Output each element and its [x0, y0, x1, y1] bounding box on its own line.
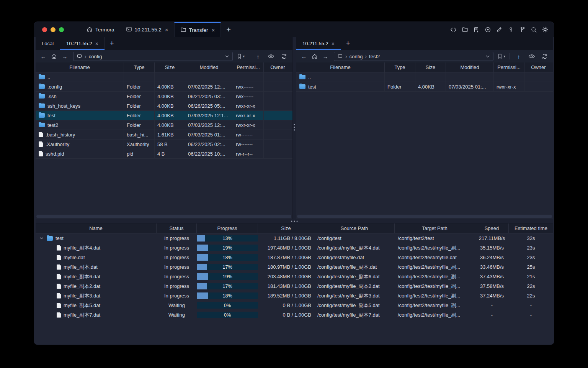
home-icon[interactable]	[49, 52, 59, 61]
path-breadcrumb[interactable]: › config › test2	[334, 52, 493, 61]
transfer-row[interactable]: myfile_副本5.datWaiting0%0 B / 1.00GB/conf…	[36, 301, 553, 310]
folder-icon[interactable]	[461, 26, 468, 33]
column-header[interactable]: Filename	[296, 62, 385, 72]
file-icon	[57, 284, 61, 289]
chevron-down-icon[interactable]	[225, 54, 229, 59]
show-hidden-eye-icon[interactable]	[527, 52, 536, 61]
column-header[interactable]: Owner	[264, 62, 292, 72]
edit-icon[interactable]	[496, 26, 503, 33]
home-icon[interactable]	[310, 52, 319, 61]
keychain-icon[interactable]	[519, 26, 526, 33]
tab-session-10-211-55-2[interactable]: 10.211.55.2 ×	[120, 22, 174, 37]
file-row[interactable]: .bash_historybash_hi...1.61KB07/03/2025 …	[36, 130, 292, 140]
refresh-icon[interactable]	[540, 52, 549, 61]
settings-icon[interactable]	[542, 26, 549, 33]
column-header[interactable]: Source Path	[314, 223, 395, 233]
column-header[interactable]: Permissi...	[494, 62, 524, 72]
file-row[interactable]: ..	[36, 72, 292, 82]
column-header[interactable]: Size	[415, 62, 446, 72]
breadcrumb-segment[interactable]: test2	[369, 54, 380, 59]
tab-remote-10-211-55-2[interactable]: 10.211.55.2 ×	[60, 37, 105, 50]
file-row[interactable]: ssh_host_keysFolder4.00KB06/26/2025 05:.…	[36, 101, 292, 111]
column-header[interactable]: Estimated time	[509, 223, 553, 233]
column-header[interactable]: Type	[385, 62, 415, 72]
horizontal-scrollbar[interactable]	[36, 215, 291, 218]
file-row[interactable]: .XauthorityXauthority58 B06/22/2025 02:.…	[36, 140, 292, 149]
column-header[interactable]: Status	[157, 223, 197, 233]
column-header[interactable]: Name	[36, 223, 157, 233]
column-header[interactable]: Modified	[185, 62, 233, 72]
close-window-button[interactable]	[42, 27, 47, 32]
tab-termora[interactable]: Termora	[81, 22, 120, 37]
tab-local[interactable]: Local	[36, 37, 60, 50]
vertical-splitter[interactable]	[292, 37, 296, 219]
key-icon[interactable]	[507, 26, 514, 33]
transfer-row[interactable]: testIn progress13%1.11GB / 8.00GB/config…	[36, 233, 553, 243]
column-header[interactable]: Speed	[475, 223, 509, 233]
column-header[interactable]: Owner	[524, 62, 552, 72]
file-cell: 4.00KB	[155, 92, 185, 101]
chevron-expanded-icon[interactable]	[39, 237, 44, 240]
breadcrumb-segment[interactable]: config	[350, 54, 363, 59]
code-icon[interactable]	[450, 26, 457, 33]
file-row[interactable]: sshd.pidpid4 B06/22/2025 10:...rw-r--r--	[36, 149, 292, 159]
file-row[interactable]: test2Folder4.00KB07/03/2025 12:...rwxr-x…	[36, 120, 292, 130]
column-header[interactable]: Type	[124, 62, 155, 72]
column-header[interactable]: Filename	[36, 62, 124, 72]
column-header[interactable]: Size	[258, 223, 314, 233]
tab-transfer[interactable]: Transfer ×	[174, 22, 221, 37]
file-row[interactable]: .sshFolder4.00KB06/21/2025 03:...rwx----…	[36, 92, 292, 101]
zoom-window-button[interactable]	[59, 27, 64, 32]
file-cell	[185, 72, 233, 82]
record-icon[interactable]	[484, 26, 491, 33]
file-row[interactable]: .configFolder4.00KB07/02/2025 12:...rwx-…	[36, 82, 292, 92]
file-row[interactable]: testFolder4.00KB07/03/2025 12:1...rwxr-x…	[36, 111, 292, 120]
file-cell: 06/26/2025 05:...	[185, 101, 233, 110]
chevron-down-icon[interactable]	[485, 54, 490, 59]
close-tab-icon[interactable]: ×	[332, 41, 335, 47]
transfer-row[interactable]: myfile_副本2.datIn progress17%181.43MB / 1…	[36, 281, 553, 291]
close-tab-icon[interactable]: ×	[211, 27, 215, 33]
column-header[interactable]: Progress	[197, 223, 258, 233]
bookmark-dropdown[interactable]: ▾	[497, 53, 505, 59]
column-header[interactable]: Modified	[446, 62, 494, 72]
progress-bar: 19%	[197, 273, 258, 280]
minimize-window-button[interactable]	[51, 27, 56, 32]
transfer-row[interactable]: myfile.datIn progress18%187.87MB / 1.00G…	[36, 253, 553, 262]
column-header[interactable]: Target Path	[395, 223, 475, 233]
forward-icon[interactable]: →	[60, 52, 69, 61]
log-icon[interactable]	[473, 26, 480, 33]
path-breadcrumb[interactable]: › config	[73, 52, 233, 61]
transfer-row[interactable]: myfile_副本6.datIn progress19%203.48MB / 1…	[36, 272, 553, 281]
forward-icon[interactable]: →	[321, 52, 330, 61]
back-icon[interactable]: ←	[39, 52, 48, 61]
show-hidden-eye-icon[interactable]	[266, 52, 276, 61]
refresh-icon[interactable]	[279, 52, 289, 61]
transfer-target: /config/test2/test/myfile_副...	[395, 243, 475, 253]
progress-bar-wrap: 18%	[197, 253, 258, 262]
close-tab-icon[interactable]: ×	[165, 26, 168, 33]
horizontal-splitter[interactable]	[36, 219, 553, 223]
transfer-row[interactable]: myfile_副本7.datWaiting0%0 B / 1.00GB/conf…	[36, 310, 553, 320]
column-header[interactable]: Permissi...	[233, 62, 264, 72]
transfer-row[interactable]: myfile_副本.datIn progress17%180.97MB / 1.…	[36, 262, 553, 272]
file-row[interactable]: testFolder4.00KB07/03/2025 01:...rwxr-xr…	[296, 82, 553, 92]
search-icon[interactable]	[530, 26, 537, 33]
file-row[interactable]: ..	[296, 72, 553, 82]
transfer-row[interactable]: myfile_副本3.datIn progress18%189.52MB / 1…	[36, 291, 553, 301]
back-icon[interactable]: ←	[299, 52, 309, 61]
column-header[interactable]: Size	[155, 62, 185, 72]
new-pane-tab-button[interactable]: +	[341, 37, 355, 50]
tab-remote-10-211-55-2[interactable]: 10.211.55.2 ×	[296, 37, 341, 50]
close-tab-icon[interactable]: ×	[95, 41, 98, 47]
transfer-speed: -	[475, 301, 509, 310]
horizontal-scrollbar[interactable]	[297, 215, 552, 218]
upload-icon[interactable]: ↑	[253, 52, 263, 61]
upload-icon[interactable]: ↑	[514, 52, 523, 61]
bookmark-dropdown[interactable]: ▾	[237, 53, 245, 59]
new-window-tab-button[interactable]: +	[221, 22, 236, 37]
new-pane-tab-button[interactable]: +	[105, 37, 119, 50]
breadcrumb-segment[interactable]: config	[89, 54, 102, 59]
filename-label: test2	[47, 122, 58, 128]
transfer-row[interactable]: myfile_副本4.datIn progress19%197.48MB / 1…	[36, 243, 553, 253]
